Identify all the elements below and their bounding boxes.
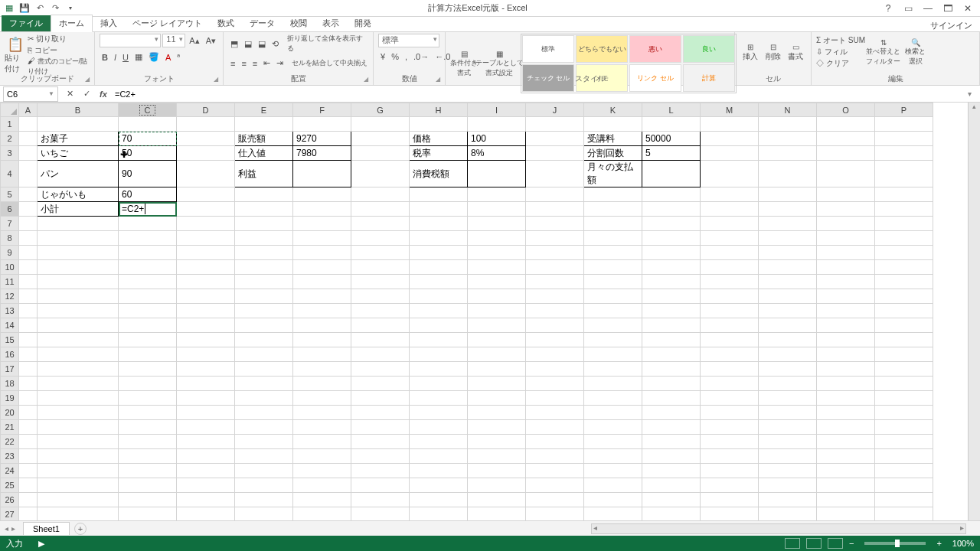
cell-G21[interactable] — [351, 420, 410, 435]
cell-D16[interactable] — [177, 347, 235, 362]
row-header-23[interactable]: 23 — [1, 449, 19, 464]
col-header-P[interactable]: P — [875, 103, 933, 117]
cell-H18[interactable] — [410, 377, 468, 391]
col-header-G[interactable]: G — [351, 103, 410, 117]
cell-C24[interactable] — [119, 464, 177, 478]
cell-O20[interactable] — [817, 406, 875, 420]
cell-P18[interactable] — [875, 377, 933, 391]
cell-M18[interactable] — [701, 377, 759, 391]
col-header-J[interactable]: J — [526, 103, 584, 117]
cell-N18[interactable] — [759, 377, 817, 391]
cell-G7[interactable] — [351, 217, 410, 231]
cell-A27[interactable] — [19, 507, 38, 521]
cell-N19[interactable] — [759, 391, 817, 406]
cell-M4[interactable] — [701, 161, 759, 187]
cell-C14[interactable] — [119, 318, 177, 333]
cell-P16[interactable] — [875, 347, 933, 362]
cell-A5[interactable] — [19, 187, 38, 202]
cell-E12[interactable] — [235, 289, 293, 304]
underline-button[interactable]: U — [120, 51, 131, 64]
row-header-4[interactable]: 4 — [1, 161, 19, 187]
cell-H8[interactable] — [410, 231, 468, 246]
cell-B7[interactable] — [38, 217, 119, 231]
cell-H24[interactable] — [410, 464, 468, 478]
cell-N23[interactable] — [759, 449, 817, 464]
cell-I26[interactable] — [468, 493, 526, 507]
cell-K13[interactable] — [584, 304, 642, 318]
cell-K18[interactable] — [584, 377, 642, 391]
col-header-N[interactable]: N — [759, 103, 817, 117]
cell-F27[interactable] — [293, 507, 351, 521]
paste-button[interactable]: 📋 貼り付け — [5, 37, 26, 73]
cell-G8[interactable] — [351, 231, 410, 246]
cell-G12[interactable] — [351, 289, 410, 304]
cell-J9[interactable] — [526, 246, 584, 260]
cell-J24[interactable] — [526, 464, 584, 478]
cell-C22[interactable] — [119, 435, 177, 449]
tab-開発[interactable]: 開発 — [347, 15, 379, 31]
cell-C23[interactable] — [119, 449, 177, 464]
cell-J11[interactable] — [526, 275, 584, 289]
cell-A14[interactable] — [19, 318, 38, 333]
cell-B20[interactable] — [38, 406, 119, 420]
cell-G19[interactable] — [351, 391, 410, 406]
cell-I22[interactable] — [468, 435, 526, 449]
cell-P8[interactable] — [875, 231, 933, 246]
cell-D23[interactable] — [177, 449, 235, 464]
cell-M15[interactable] — [701, 333, 759, 347]
cell-P14[interactable] — [875, 318, 933, 333]
cell-J22[interactable] — [526, 435, 584, 449]
cell-O9[interactable] — [817, 246, 875, 260]
cell-I17[interactable] — [468, 362, 526, 377]
qat-customize-icon[interactable]: ▾ — [64, 2, 77, 15]
cell-M21[interactable] — [701, 420, 759, 435]
cell-N17[interactable] — [759, 362, 817, 377]
cell-I8[interactable] — [468, 231, 526, 246]
col-header-F[interactable]: F — [293, 103, 351, 117]
cell-B26[interactable] — [38, 493, 119, 507]
cell-H6[interactable] — [410, 202, 468, 217]
cell-E21[interactable] — [235, 420, 293, 435]
cell-B23[interactable] — [38, 449, 119, 464]
align-middle-button[interactable]: ⬓ — [242, 37, 254, 51]
cell-B10[interactable] — [38, 260, 119, 275]
cell-L17[interactable] — [642, 362, 701, 377]
cell-K5[interactable] — [584, 187, 642, 202]
cell-D11[interactable] — [177, 275, 235, 289]
cell-P27[interactable] — [875, 507, 933, 521]
cell-N15[interactable] — [759, 333, 817, 347]
cell-B1[interactable] — [38, 117, 119, 132]
cell-N11[interactable] — [759, 275, 817, 289]
cell-M20[interactable] — [701, 406, 759, 420]
cell-G17[interactable] — [351, 362, 410, 377]
cell-O24[interactable] — [817, 464, 875, 478]
cell-M12[interactable] — [701, 289, 759, 304]
maximize-icon[interactable]: 🗖 — [939, 2, 957, 15]
cell-B21[interactable] — [38, 420, 119, 435]
macro-record-icon[interactable]: ▶ — [38, 539, 44, 549]
decrease-indent-button[interactable]: ⇤ — [261, 57, 273, 70]
cell-H23[interactable] — [410, 449, 468, 464]
cell-H17[interactable] — [410, 362, 468, 377]
cell-I21[interactable] — [468, 420, 526, 435]
zoom-level[interactable]: 100% — [952, 539, 974, 548]
cell-F23[interactable] — [293, 449, 351, 464]
cell-J6[interactable] — [526, 202, 584, 217]
cell-O12[interactable] — [817, 289, 875, 304]
cell-E24[interactable] — [235, 464, 293, 478]
cell-E3[interactable]: 仕入値 — [235, 146, 293, 161]
number-format-combo[interactable]: 標準 — [378, 34, 439, 47]
cell-L7[interactable] — [642, 217, 701, 231]
cell-H26[interactable] — [410, 493, 468, 507]
cell-J23[interactable] — [526, 449, 584, 464]
cell-C5[interactable]: 60 — [119, 187, 177, 202]
cell-K21[interactable] — [584, 420, 642, 435]
cell-P12[interactable] — [875, 289, 933, 304]
zoom-in-button[interactable]: + — [936, 539, 941, 548]
cell-H2[interactable]: 価格 — [410, 132, 468, 146]
cell-E25[interactable] — [235, 478, 293, 493]
accounting-button[interactable]: ¥ — [378, 51, 387, 63]
cell-P22[interactable] — [875, 435, 933, 449]
cell-M11[interactable] — [701, 275, 759, 289]
cell-L18[interactable] — [642, 377, 701, 391]
